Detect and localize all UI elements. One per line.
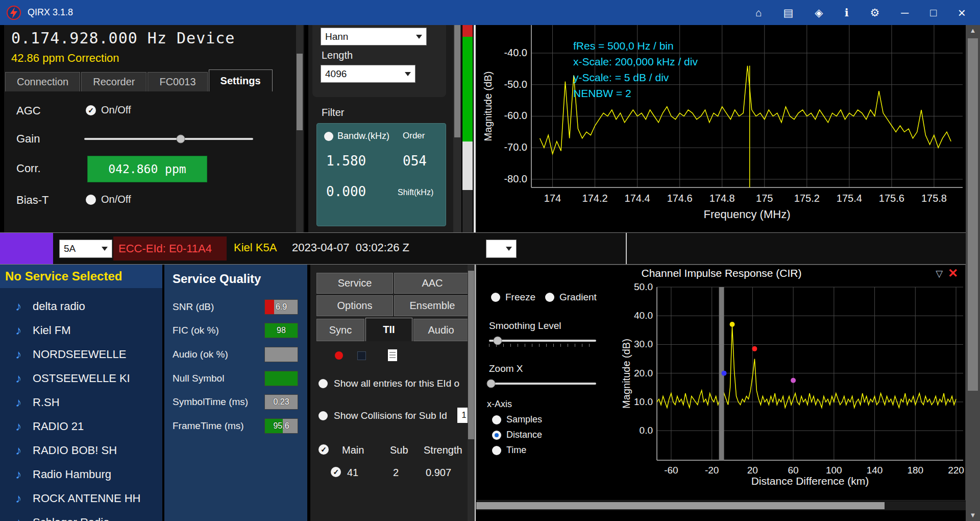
dsp-scrollbar-thumb[interactable] (454, 25, 460, 137)
svg-text:175: 175 (756, 193, 773, 204)
window-function-select[interactable]: Hann (321, 28, 427, 45)
close-cir-icon[interactable]: ✕ (948, 266, 958, 280)
spectrum-panel: 174174.2174.4174.6174.8175175.2175.4175.… (476, 25, 966, 232)
tab-connection[interactable]: Connection (5, 72, 80, 91)
zoom-x-slider-thumb[interactable] (487, 380, 496, 388)
level-meter-green (462, 37, 473, 141)
gain-slider[interactable] (84, 138, 253, 140)
show-collisions-radio[interactable] (318, 411, 328, 420)
fic-bar: 98 (264, 323, 298, 338)
filter-box: Bandw.(kHz) Order 1.580 054 0.000 Shift(… (316, 123, 446, 226)
tab-recorder[interactable]: Recorder (81, 72, 146, 91)
collapse-icon[interactable]: ▽ (936, 268, 943, 279)
tab-options[interactable]: Options (316, 295, 393, 316)
agc-checkbox[interactable] (86, 105, 96, 115)
music-note-icon: ♪ (15, 371, 21, 386)
cell-main: 41 (347, 467, 358, 479)
maximize-icon[interactable]: □ (930, 7, 937, 18)
minimize-icon[interactable]: ─ (901, 7, 909, 18)
tii-header-checkbox[interactable] (318, 444, 329, 455)
gradient-checkbox[interactable] (545, 293, 554, 302)
list-item[interactable]: ♪Schlager Radio (0, 510, 162, 521)
map-icon[interactable]: ▤ (783, 7, 793, 18)
svg-text:174.6: 174.6 (667, 193, 693, 204)
close-icon[interactable]: × (958, 6, 966, 19)
svg-text:-20: -20 (705, 465, 719, 476)
zoom-x-slider[interactable] (489, 383, 596, 385)
list-item[interactable]: ♪delta radio (0, 294, 162, 318)
tab-fc0013[interactable]: FC0013 (148, 72, 207, 91)
settings-icon[interactable]: ⚙ (870, 7, 879, 18)
audio-ok-bar (264, 347, 298, 362)
list-item[interactable]: ♪RADIO BOB! SH (0, 438, 162, 462)
svg-text:-80.0: -80.0 (504, 173, 527, 184)
satellite-icon[interactable]: ◈ (815, 7, 823, 18)
spectrum-plot: 174174.2174.4174.6174.8175175.2175.4175.… (476, 25, 966, 232)
list-item[interactable]: ♪Radio Hamburg (0, 462, 162, 486)
tii-row-checkbox[interactable] (331, 467, 341, 477)
cir-hscrollbar-thumb[interactable] (476, 502, 885, 509)
tab-aac[interactable]: AAC (394, 273, 471, 294)
null-symbol-bar (264, 371, 298, 386)
time-radio[interactable] (492, 446, 501, 455)
gain-slider-thumb[interactable] (176, 135, 185, 144)
window-vscrollbar-thumb[interactable] (968, 38, 978, 391)
tii-scrollbar-thumb[interactable] (468, 271, 474, 439)
list-item[interactable]: ♪RADIO 21 (0, 414, 162, 438)
bandwidth-radio[interactable] (324, 132, 333, 141)
device-panel-scrollbar[interactable] (296, 25, 303, 232)
level-meter-empty (462, 141, 473, 190)
freeze-checkbox[interactable] (491, 293, 500, 302)
biast-checkbox[interactable] (86, 195, 96, 205)
zoom-x-label: Zoom X (489, 363, 523, 374)
svg-text:175.6: 175.6 (879, 193, 904, 204)
tab-sync[interactable]: Sync (316, 319, 364, 341)
freeze-label: Freeze (505, 292, 535, 303)
length-label: Length (322, 50, 353, 61)
tab-service[interactable]: Service (316, 273, 393, 294)
bar-divider (626, 233, 627, 264)
smoothing-slider-thumb[interactable] (493, 337, 502, 345)
list-item[interactable]: ♪OSTSEEWELLE KI (0, 366, 162, 390)
list-item[interactable]: ♪NORDSEEWELLE (0, 342, 162, 366)
music-note-icon: ♪ (15, 491, 21, 506)
svg-text:-70.0: -70.0 (504, 141, 527, 153)
record-icon[interactable] (335, 351, 343, 360)
smoothing-slider[interactable] (489, 340, 596, 342)
tab-ensemble[interactable]: Ensemble (394, 295, 471, 316)
length-select[interactable]: 4096 (321, 65, 415, 83)
channel-select[interactable]: 5A (59, 240, 112, 258)
right-pane-select[interactable] (486, 240, 517, 258)
tii-scrollbar[interactable] (468, 265, 475, 521)
scroll-up-icon[interactable]: ▲ (966, 25, 980, 36)
distance-radio[interactable] (492, 431, 501, 440)
svg-text:50.0: 50.0 (634, 281, 653, 292)
device-panel-scrollbar-thumb[interactable] (297, 54, 303, 130)
scroll-down-icon[interactable]: ▼ (966, 510, 980, 521)
frequency-display: 0.174.928.000 Hz Device (11, 29, 235, 47)
list-item[interactable]: ♪ROCK ANTENNE HH (0, 486, 162, 510)
document-icon[interactable] (388, 349, 397, 361)
samples-radio[interactable] (492, 415, 501, 424)
tab-settings[interactable]: Settings (209, 69, 273, 91)
level-meter-red (462, 25, 473, 37)
list-item[interactable]: ♪Kiel FM (0, 318, 162, 342)
col-sub: Sub (390, 444, 408, 456)
home-icon[interactable]: ⌂ (755, 7, 762, 18)
ensemble-name: Kiel K5A (234, 241, 277, 254)
corr-value-button[interactable]: 042.860 ppm (87, 156, 207, 182)
list-item[interactable]: ♪R.SH (0, 390, 162, 414)
show-all-radio[interactable] (318, 379, 328, 388)
stop-icon[interactable] (357, 351, 366, 360)
cir-title: Channel Impulse Response (CIR) (477, 267, 966, 279)
tab-audio[interactable]: Audio (413, 319, 469, 341)
info-icon[interactable]: ℹ (844, 7, 848, 18)
svg-text:100: 100 (826, 465, 842, 476)
music-note-icon: ♪ (15, 299, 21, 314)
tab-tii[interactable]: TII (365, 318, 412, 341)
cir-hscrollbar[interactable] (476, 501, 966, 510)
window-vscrollbar[interactable]: ▲ ▼ (966, 25, 980, 521)
dsp-scrollbar[interactable] (453, 25, 461, 232)
svg-text:174.8: 174.8 (709, 193, 735, 204)
shift-label: Shift(kHz) (398, 188, 433, 197)
